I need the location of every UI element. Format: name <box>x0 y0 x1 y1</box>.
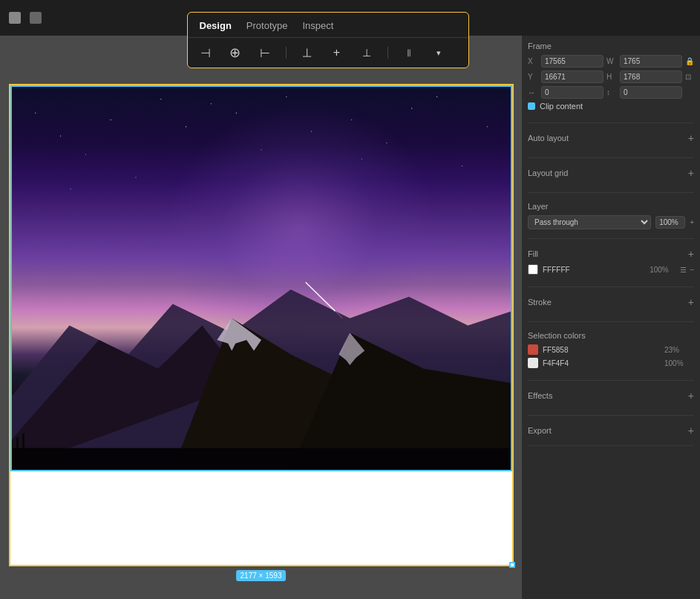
align-left-icon[interactable]: ⊣ <box>197 44 215 62</box>
w-input[interactable] <box>620 55 682 68</box>
design-frame[interactable]: 2177 × 1593 <box>9 84 514 566</box>
effects-add[interactable]: + <box>688 390 694 402</box>
align-top-icon[interactable]: ⊣ <box>298 44 316 62</box>
opacity-input[interactable] <box>655 216 685 229</box>
fill-header: Fill + <box>528 248 694 260</box>
dimension-label: 2177 × 1593 <box>236 570 287 581</box>
alignment-tools: ⊣ ⊕ ⊢ ⊣ + ⊥ ⦀ ▾ <box>188 38 468 68</box>
stroke-label: Stroke <box>528 298 552 307</box>
layout-grid-add[interactable]: + <box>688 167 694 179</box>
resize-handle[interactable] <box>509 562 515 568</box>
auto-layout-section: Auto layout + <box>528 132 694 158</box>
sel-colors-header: Selection colors <box>528 331 694 340</box>
x-label: X <box>528 57 538 65</box>
export-row: Export + <box>528 425 694 436</box>
layout-grid-label: Layout grid <box>528 168 568 177</box>
fill-label: Fill <box>528 249 538 258</box>
align-right-icon[interactable]: ⊢ <box>256 44 274 62</box>
top-bar-icons <box>9 12 42 24</box>
cursor-icon <box>9 12 21 24</box>
w-label: W <box>606 57 617 65</box>
right-panel: Frame X W 🔒 Y H ⊡ ↔ ↕ Clip co <box>522 36 700 599</box>
auto-layout-label: Auto layout <box>528 134 569 143</box>
x2-input[interactable] <box>541 86 603 99</box>
corner-radius-icon[interactable]: ⊡ <box>685 73 694 81</box>
clip-label: Clip content <box>540 102 583 111</box>
sel-value-0: FF5858 <box>543 346 660 354</box>
canvas-image <box>10 85 512 470</box>
auto-layout-row: Auto layout + <box>528 132 694 144</box>
export-add[interactable]: + <box>688 425 694 436</box>
layer-row: Pass through Normal Multiply + <box>528 215 694 229</box>
y-label: Y <box>528 73 538 81</box>
align-center-h-icon[interactable]: + <box>328 44 346 62</box>
export-section: Export + <box>528 425 694 446</box>
white-content-area <box>10 470 512 565</box>
effects-section: Effects + <box>528 390 694 416</box>
frame-label-text: Frame <box>528 42 552 50</box>
effects-row: Effects + <box>528 390 694 402</box>
sel-opacity-1: 100% <box>664 359 694 367</box>
layer-label-text: Layer <box>528 202 549 211</box>
yh-row: Y H ⊡ <box>528 71 694 83</box>
sel-color-row-0: FF5858 23% <box>528 344 694 355</box>
clip-content-row: Clip content <box>528 102 694 111</box>
clip-checkbox[interactable] <box>528 102 535 110</box>
frame-label: Frame <box>528 42 694 50</box>
blend-mode-select[interactable]: Pass through Normal Multiply <box>528 215 651 229</box>
sel-swatch-1[interactable] <box>528 358 538 368</box>
tab-design[interactable]: Design <box>200 20 232 31</box>
tab-prototype[interactable]: Prototype <box>246 20 288 31</box>
frame-icon <box>30 12 42 24</box>
tab-inspect[interactable]: Inspect <box>303 20 334 31</box>
fill-icons-0: ☰ − <box>680 266 694 274</box>
effects-label: Effects <box>528 391 552 400</box>
sel-value-1: F4F4F4 <box>543 359 660 367</box>
separator-1 <box>286 47 287 59</box>
xw-row: X W 🔒 <box>528 55 694 68</box>
tab-row: Design Prototype Inspect <box>188 13 468 38</box>
layer-more[interactable]: + <box>690 218 694 226</box>
y-input[interactable] <box>541 71 603 83</box>
layer-section: Layer Pass through Normal Multiply + <box>528 202 694 239</box>
sel-opacity-0: 23% <box>664 346 694 354</box>
lock-icon[interactable]: 🔒 <box>685 57 694 65</box>
x-input[interactable] <box>541 55 603 68</box>
fill-add[interactable]: + <box>688 248 694 260</box>
floating-toolbar: Design Prototype Inspect ⊣ ⊕ ⊢ ⊣ + ⊥ ⦀ ▾ <box>187 12 469 68</box>
mountain-svg <box>10 239 512 470</box>
x2-label: ↔ <box>528 88 538 96</box>
y2-label: ↕ <box>606 88 617 96</box>
fill-value-0: FFFFFF <box>543 266 645 274</box>
y2-input[interactable] <box>620 86 682 99</box>
layout-grid-row: Layout grid + <box>528 167 694 179</box>
auto-layout-add[interactable]: + <box>688 132 694 144</box>
fill-opacity-0: 100% <box>650 266 676 274</box>
fill-section: Fill + FFFFFF 100% ☰ − <box>528 248 694 287</box>
fill-row-0: FFFFFF 100% ☰ − <box>528 264 694 275</box>
separator-2 <box>387 47 388 59</box>
h-input[interactable] <box>620 71 682 83</box>
h-label: H <box>606 73 617 81</box>
align-bottom-icon[interactable]: ⊥ <box>358 44 376 62</box>
stroke-add[interactable]: + <box>688 296 694 308</box>
fill-style-icon[interactable]: ☰ <box>680 266 687 274</box>
sel-swatch-0[interactable] <box>528 344 538 355</box>
stroke-row: Stroke + <box>528 296 694 308</box>
distribute-icon[interactable]: ⦀ <box>400 44 418 62</box>
canvas-area[interactable]: 2177 × 1593 <box>0 36 522 599</box>
fill-minus-icon[interactable]: − <box>690 266 694 274</box>
more-distribute-icon[interactable]: ▾ <box>430 44 448 62</box>
frame-section: Frame X W 🔒 Y H ⊡ ↔ ↕ Clip co <box>528 42 694 123</box>
layer-label: Layer <box>528 202 694 211</box>
layout-grid-section: Layout grid + <box>528 167 694 193</box>
stroke-section: Stroke + <box>528 296 694 322</box>
align-center-v-icon[interactable]: ⊕ <box>226 44 244 62</box>
fill-swatch-0[interactable] <box>528 264 538 275</box>
xy2-row: ↔ ↕ <box>528 86 694 99</box>
svg-rect-9 <box>10 448 512 469</box>
export-label: Export <box>528 426 552 435</box>
sel-color-row-1: F4F4F4 100% <box>528 358 694 368</box>
selection-colors-section: Selection colors FF5858 23% F4F4F4 100% <box>528 331 694 381</box>
